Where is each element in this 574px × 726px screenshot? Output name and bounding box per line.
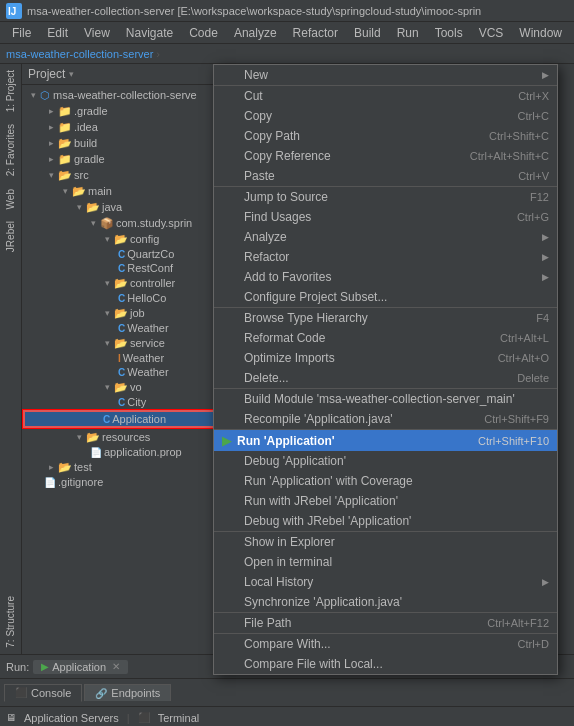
sidebar-tab-project[interactable]: 1: Project [3,64,18,118]
tree-item-idea[interactable]: ▸ 📁 .idea [22,119,234,135]
ctx-paste[interactable]: Paste Ctrl+V [214,166,557,187]
ctx-local-history[interactable]: Local History [214,572,557,592]
ctx-optimizeimports-shortcut: Ctrl+Alt+O [498,352,549,364]
tree-item-weather-job[interactable]: C Weather [22,321,234,335]
tree-item-gradle[interactable]: ▸ 📁 .gradle [22,103,234,119]
ctx-copy-label: Copy [244,109,272,123]
terminal-label[interactable]: Terminal [158,712,200,724]
ctx-optimize-imports[interactable]: Optimize Imports Ctrl+Alt+O [214,348,557,368]
package-icon: 📦 [100,217,114,230]
ctx-show-explorer[interactable]: Show in Explorer [214,532,557,552]
run-app-tab[interactable]: ▶ Application ✕ [33,660,128,674]
menu-tools[interactable]: Tools [427,24,471,42]
ctx-comparelocal-label: Compare File with Local... [244,657,383,671]
folder-icon: 📂 [86,201,100,214]
ctx-run-application[interactable]: ▶ Run 'Application' Ctrl+Shift+F10 [214,430,557,451]
menu-window[interactable]: Window [511,24,570,42]
menu-file[interactable]: File [4,24,39,42]
ctx-localhistory-label: Local History [244,575,313,589]
app-servers-icon: 🖥 [6,712,16,723]
ctx-copy-path[interactable]: Copy Path Ctrl+Shift+C [214,126,557,146]
menu-edit[interactable]: Edit [39,24,76,42]
ctx-run-jrebel[interactable]: Run with JRebel 'Application' [214,491,557,511]
expand-icon: ▾ [100,306,114,320]
sidebar-tab-jrebel[interactable]: JRebel [3,215,18,258]
ctx-compare-with[interactable]: Compare With... Ctrl+D [214,633,557,654]
ctx-recompile[interactable]: Recompile 'Application.java' Ctrl+Shift+… [214,409,557,430]
tree-item-label: RestConf [127,262,173,274]
ctx-cut[interactable]: Cut Ctrl+X [214,86,557,106]
ctx-copy[interactable]: Copy Ctrl+C [214,106,557,126]
ctx-file-path[interactable]: File Path Ctrl+Alt+F12 [214,613,557,633]
ctx-new[interactable]: New [214,65,557,86]
tree-item-controller[interactable]: ▾ 📂 controller [22,275,234,291]
tree-item-src[interactable]: ▾ 📂 src [22,167,234,183]
tree-item-vo[interactable]: ▾ 📂 vo [22,379,234,395]
menu-help[interactable]: Help [570,24,574,42]
ctx-refactor[interactable]: Refactor [214,247,557,267]
ctx-browse-hierarchy[interactable]: Browse Type Hierarchy F4 [214,308,557,328]
ctx-find-usages[interactable]: Find Usages Ctrl+G [214,207,557,227]
tree-item-java[interactable]: ▾ 📂 java [22,199,234,215]
tree-item-restconf[interactable]: C RestConf [22,261,234,275]
tree-item-appprops[interactable]: 📄 application.prop [22,445,234,459]
class-icon: C [118,293,125,304]
ctx-debug-jrebel[interactable]: Debug with JRebel 'Application' [214,511,557,532]
ctx-reformat-label: Reformat Code [244,331,325,345]
tree-item-helloco[interactable]: C HelloCo [22,291,234,305]
ctx-delete[interactable]: Delete... Delete [214,368,557,389]
chevron-down-icon[interactable]: ▾ [69,69,74,79]
ctx-synchronize[interactable]: Synchronize 'Application.java' [214,592,557,613]
app-servers-label[interactable]: Application Servers [24,712,119,724]
ctx-configure-subset[interactable]: Configure Project Subset... [214,287,557,308]
sidebar-tab-structure[interactable]: 7: Structure [3,590,18,654]
ctx-add-favorites[interactable]: Add to Favorites [214,267,557,287]
menu-build[interactable]: Build [346,24,389,42]
tree-item-resources[interactable]: ▾ 📂 resources [22,429,234,445]
tree-item-city[interactable]: C City [22,395,234,409]
sidebar-tab-web[interactable]: Web [3,183,18,215]
tab-endpoints[interactable]: 🔗 Endpoints [84,684,171,701]
menu-vcs[interactable]: VCS [471,24,512,42]
tree-item-test[interactable]: ▸ 📂 test [22,459,234,475]
breadcrumb-text: msa-weather-collection-server [6,48,153,60]
ctx-copy-reference[interactable]: Copy Reference Ctrl+Alt+Shift+C [214,146,557,166]
class-icon: C [118,323,125,334]
tree-item-label: gradle [74,153,105,165]
tree-item-service[interactable]: ▾ 📂 service [22,335,234,351]
menu-run[interactable]: Run [389,24,427,42]
close-run-icon[interactable]: ✕ [112,661,120,672]
tree-item-package[interactable]: ▾ 📦 com.study.sprin [22,215,234,231]
tree-item-module[interactable]: ▾ ⬡ msa-weather-collection-serve [22,87,234,103]
tree-item-application[interactable]: C Application [23,410,233,428]
menu-code[interactable]: Code [181,24,226,42]
ctx-compare-local[interactable]: Compare File with Local... [214,654,557,674]
ctx-reformat[interactable]: Reformat Code Ctrl+Alt+L [214,328,557,348]
ctx-build-module[interactable]: Build Module 'msa-weather-collection-ser… [214,389,557,409]
menu-analyze[interactable]: Analyze [226,24,285,42]
tree-item-weather-class[interactable]: C Weather [22,365,234,379]
tree-item-label: vo [130,381,142,393]
tab-console[interactable]: ⬛ Console [4,684,82,702]
tree-item-main[interactable]: ▾ 📂 main [22,183,234,199]
menu-refactor[interactable]: Refactor [285,24,346,42]
menu-view[interactable]: View [76,24,118,42]
tree-item-gradle2[interactable]: ▸ 📁 gradle [22,151,234,167]
tree-item-build[interactable]: ▸ 📂 build [22,135,234,151]
tree-item-weather-iface[interactable]: I Weather [22,351,234,365]
ctx-debug-application[interactable]: Debug 'Application' [214,451,557,471]
sidebar-tab-favorites[interactable]: 2: Favorites [3,118,18,182]
tree-item-gitignore[interactable]: 📄 .gitignore [22,475,234,489]
ctx-analyze[interactable]: Analyze [214,227,557,247]
tree-item-config[interactable]: ▾ 📂 config [22,231,234,247]
ctx-open-terminal[interactable]: Open in terminal [214,552,557,572]
ctx-run-coverage[interactable]: Run 'Application' with Coverage [214,471,557,491]
console-icon: ⬛ [15,687,27,698]
expand-icon: ▾ [100,232,114,246]
tree-item-quartzco[interactable]: C QuartzCo [22,247,234,261]
menu-navigate[interactable]: Navigate [118,24,181,42]
tree-item-job[interactable]: ▾ 📂 job [22,305,234,321]
ctx-jump-source[interactable]: Jump to Source F12 [214,187,557,207]
props-icon: 📄 [90,447,102,458]
endpoints-icon: 🔗 [95,688,107,699]
